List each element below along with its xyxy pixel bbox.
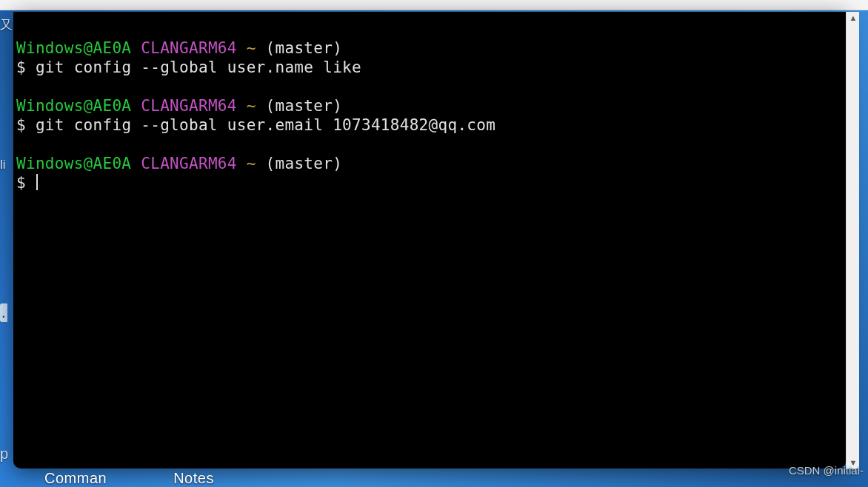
window-title-bar-fragment (0, 0, 868, 10)
desktop-icon-fragment: . (0, 303, 7, 322)
prompt-branch: (master) (266, 39, 343, 57)
command-text: git config --global user.email 107341848… (36, 116, 495, 134)
prompt-line: Windows@AE0A CLANGARM64 ~ (master) (16, 154, 841, 173)
prompt-symbol: $ (16, 58, 36, 76)
prompt-path: ~ (247, 97, 256, 115)
command-line: $ git config --global user.email 1073418… (16, 115, 841, 135)
desktop-icon-fragment: li (0, 158, 6, 172)
prompt-user-host: Windows@AE0A (16, 39, 131, 57)
prompt-line: Windows@AE0A CLANGARM64 ~ (master) (16, 96, 841, 115)
prompt-user-host: Windows@AE0A (16, 97, 131, 115)
prompt-user-host: Windows@AE0A (16, 155, 131, 172)
prompt-env: CLANGARM64 (141, 97, 236, 115)
prompt-env: CLANGARM64 (141, 155, 236, 172)
prompt-line: Windows@AE0A CLANGARM64 ~ (master) (16, 38, 841, 58)
command-line: $ git config --global user.name like (16, 58, 841, 77)
prompt-symbol: $ (16, 116, 36, 134)
blank-line (16, 135, 841, 154)
prompt-branch: (master) (266, 97, 343, 115)
blank-line (16, 77, 841, 96)
scrollbar[interactable]: ▲ ▼ (846, 12, 859, 468)
prompt-branch: (master) (266, 155, 343, 172)
prompt-symbol: $ (16, 174, 36, 192)
terminal-window[interactable]: Windows@AE0A CLANGARM64 ~ (master) $ git… (13, 12, 846, 468)
command-line-active[interactable]: $ (16, 173, 841, 192)
desktop-taskbar-fragment: Comman Notes (0, 460, 868, 487)
scroll-up-arrow-icon[interactable]: ▲ (847, 12, 859, 24)
prompt-env: CLANGARM64 (141, 39, 236, 57)
prompt-path: ~ (247, 39, 256, 57)
watermark-text: CSDN @initial- (789, 464, 864, 477)
command-text: git config --global user.name like (36, 58, 361, 76)
taskbar-label[interactable]: Notes (173, 470, 214, 487)
taskbar-label[interactable]: Comman (44, 470, 107, 487)
prompt-path: ~ (247, 155, 256, 172)
text-cursor (36, 174, 38, 190)
